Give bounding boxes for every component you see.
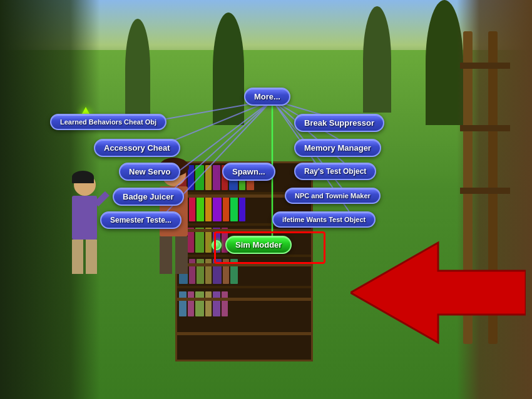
rays-test-object-button[interactable]: Ray's Test Object xyxy=(294,163,376,180)
more-button[interactable]: More... xyxy=(244,88,290,106)
red-arrow xyxy=(350,224,526,361)
book xyxy=(223,259,229,284)
spawn-button[interactable]: Spawn... xyxy=(222,163,275,181)
shelf-divider xyxy=(177,263,311,266)
book xyxy=(188,291,194,316)
sim-modder-container: Sim Modder xyxy=(212,236,292,254)
book xyxy=(230,259,238,284)
book xyxy=(213,259,222,284)
book xyxy=(179,291,187,316)
book xyxy=(222,291,228,316)
book xyxy=(195,291,204,316)
shelf-divider xyxy=(177,332,311,335)
memory-manager-button[interactable]: Memory Manager xyxy=(294,139,381,157)
badge-juicer-button[interactable]: Badge Juicer xyxy=(113,188,184,206)
learned-behaviors-button[interactable]: Learned Behaviors Cheat Obj xyxy=(50,114,166,130)
crossbeam-2 xyxy=(460,125,510,131)
svg-marker-12 xyxy=(350,243,526,343)
book xyxy=(189,259,195,284)
sim-modder-dot xyxy=(212,240,222,250)
new-servo-button[interactable]: New Servo xyxy=(119,163,180,181)
shelf-row-5 xyxy=(177,288,311,320)
book xyxy=(205,291,212,316)
book xyxy=(197,259,204,284)
book xyxy=(205,259,212,284)
crossbeam-1 xyxy=(460,63,510,69)
shelf-divider xyxy=(177,298,311,301)
game-background: More... Learned Behaviors Cheat Obj Brea… xyxy=(0,0,532,399)
accessory-cheat-button[interactable]: Accessory Cheat xyxy=(94,139,180,157)
npc-townie-maker-button[interactable]: NPC and Townie Maker xyxy=(285,188,381,204)
break-suppressor-button[interactable]: Break Suppressor xyxy=(294,114,384,132)
crossbeam-3 xyxy=(460,188,510,194)
semester-tester-button[interactable]: Semester Teste... xyxy=(100,211,182,229)
book xyxy=(213,291,220,316)
sim-modder-button[interactable]: Sim Modder xyxy=(225,236,292,254)
